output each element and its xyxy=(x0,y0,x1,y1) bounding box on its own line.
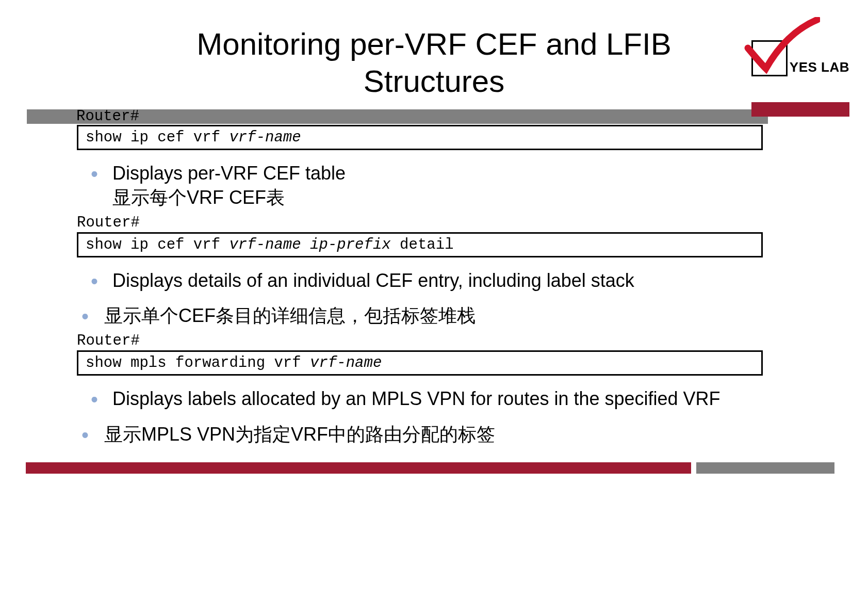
router-prompt-3: Router# xyxy=(77,332,868,349)
bullet-3-en: Displays labels allocated by an MPLS VPN… xyxy=(88,387,796,411)
title-line-2: Structures xyxy=(364,64,504,99)
bullet-group-2: Displays details of an individual CEF en… xyxy=(88,269,796,293)
bullet-group-2b: 显示单个CEF条目的详细信息，包括标签堆栈 xyxy=(79,304,796,328)
command-box-3: show mpls forwarding vrf vrf-name xyxy=(77,350,763,376)
router-prompt-1: Router# xyxy=(76,108,139,125)
logo-box-icon xyxy=(751,40,788,76)
command-box-2: show ip cef vrf vrf-name ip-prefix detai… xyxy=(77,232,763,257)
bullet-2-en: Displays details of an individual CEF en… xyxy=(88,269,796,293)
cmd1-text: show ip cef vrf xyxy=(86,129,229,146)
slide: Monitoring per-VRF CEF and LFIB Structur… xyxy=(0,0,868,614)
bullet-1-zh-text: 显示每个VRF CEF表 xyxy=(112,187,285,208)
footer-red-strip xyxy=(26,462,691,474)
bullet-2-zh: 显示单个CEF条目的详细信息，包括标签堆栈 xyxy=(79,304,796,328)
bullet-group-3: Displays labels allocated by an MPLS VPN… xyxy=(88,387,796,411)
footer-grey-strip xyxy=(696,462,834,474)
bullet-group-1: Displays per-VRF CEF table 显示每个VRF CEF表 xyxy=(88,161,796,210)
header-red-accent xyxy=(751,102,849,117)
cmd2-arg: vrf-name ip-prefix xyxy=(229,236,390,253)
bullet-1-en-text: Displays per-VRF CEF table xyxy=(112,163,346,184)
cmd3-arg: vrf-name xyxy=(310,354,382,371)
cmd2-tail: detail xyxy=(391,236,454,253)
bullet-group-3b: 显示MPLS VPN为指定VRF中的路由分配的标签 xyxy=(79,423,796,447)
command-box-1: show ip cef vrf vrf-name xyxy=(77,125,763,150)
header-bar: Router# xyxy=(27,109,768,124)
router-prompt-2: Router# xyxy=(77,214,868,231)
bullet-1-en: Displays per-VRF CEF table 显示每个VRF CEF表 xyxy=(88,161,796,210)
cmd2-text: show ip cef vrf xyxy=(86,236,229,253)
logo-text: YES LAB xyxy=(790,59,849,75)
cmd1-arg: vrf-name xyxy=(229,129,301,146)
bullet-3-zh: 显示MPLS VPN为指定VRF中的路由分配的标签 xyxy=(79,423,796,447)
slide-title: Monitoring per-VRF CEF and LFIB Structur… xyxy=(0,26,868,100)
cmd3-text: show mpls forwarding vrf xyxy=(86,354,310,371)
title-line-1: Monitoring per-VRF CEF and LFIB xyxy=(196,27,671,61)
logo: YES LAB xyxy=(751,40,849,76)
